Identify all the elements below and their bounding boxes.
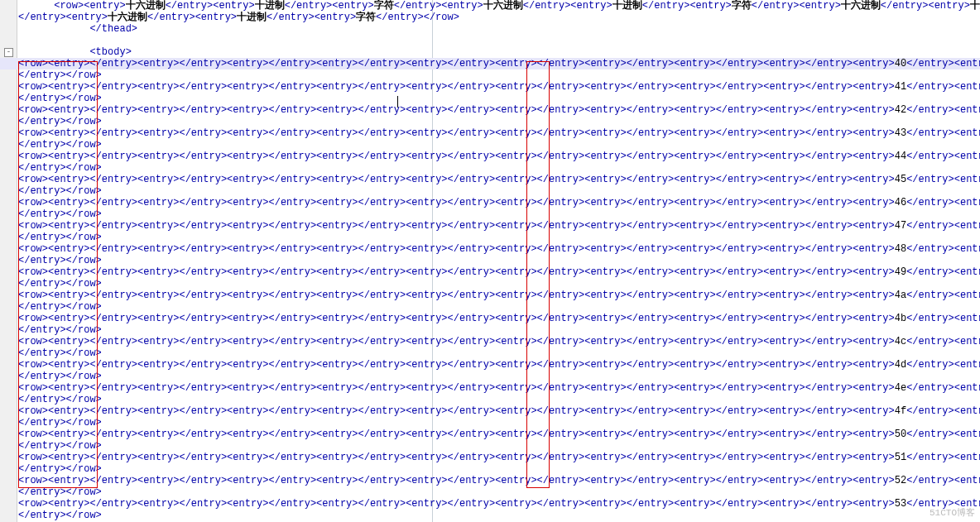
code-line[interactable]: </entry></row> xyxy=(18,417,980,429)
code-line[interactable]: <row><entry></entry><entry></entry><entr… xyxy=(18,475,980,486)
code-line[interactable]: <row><entry></entry><entry></entry><entr… xyxy=(18,336,980,347)
code-line[interactable]: <row><entry></entry><entry></entry><entr… xyxy=(18,174,980,185)
code-line[interactable]: </entry></row> xyxy=(18,255,980,266)
code-line[interactable]: <row><entry></entry><entry></entry><entr… xyxy=(18,151,980,162)
code-line[interactable]: <row><entry></entry><entry></entry><entr… xyxy=(18,197,980,208)
code-line[interactable]: </thead> xyxy=(18,23,980,35)
code-line[interactable]: </entry></row> xyxy=(18,394,980,405)
code-line[interactable]: <row><entry></entry><entry></entry><entr… xyxy=(18,243,980,255)
code-line[interactable]: <row><entry></entry><entry></entry><entr… xyxy=(18,313,980,324)
code-line[interactable]: </entry></row> xyxy=(18,69,980,81)
code-line[interactable]: </entry><entry>十六进制</entry><entry>十进制</e… xyxy=(18,12,980,23)
code-line[interactable] xyxy=(18,35,980,46)
code-line[interactable]: </entry></row> xyxy=(18,371,980,382)
code-editor[interactable]: - <row><entry>十六进制</entry><entry>十进制</en… xyxy=(0,0,980,522)
code-line[interactable]: <row><entry></entry><entry></entry><entr… xyxy=(18,104,980,116)
code-line[interactable]: <row><entry></entry><entry></entry><entr… xyxy=(18,220,980,232)
code-line[interactable]: <row><entry></entry><entry></entry><entr… xyxy=(18,127,980,139)
code-area[interactable]: <row><entry>十六进制</entry><entry>十进制</entr… xyxy=(18,0,980,522)
code-line[interactable]: </entry></row> xyxy=(18,486,980,498)
code-line[interactable]: <row><entry>十六进制</entry><entry>十进制</entr… xyxy=(18,0,980,12)
code-line[interactable]: <row><entry></entry><entry></entry><entr… xyxy=(18,452,980,463)
code-line[interactable]: </entry></row> xyxy=(18,347,980,359)
code-line[interactable]: </entry></row> xyxy=(18,278,980,290)
code-line[interactable]: <row><entry></entry><entry></entry><entr… xyxy=(18,382,980,394)
code-line[interactable]: <row><entry></entry><entry></entry><entr… xyxy=(18,290,980,301)
code-line[interactable]: </entry></row> xyxy=(18,463,980,475)
code-line[interactable]: </entry></row> xyxy=(18,232,980,243)
code-line[interactable]: </entry></row> xyxy=(18,185,980,197)
code-line[interactable]: </entry></row> xyxy=(18,139,980,151)
code-line[interactable]: <row><entry></entry><entry></entry><entr… xyxy=(18,498,980,510)
code-line[interactable]: </entry></row> xyxy=(18,440,980,452)
code-line[interactable]: </entry></row> xyxy=(18,324,980,336)
watermark-text: 51CTO博客 xyxy=(930,507,975,519)
fold-toggle-icon[interactable]: - xyxy=(4,48,13,57)
code-line[interactable]: <row><entry></entry><entry></entry><entr… xyxy=(18,429,980,440)
code-line[interactable]: <row><entry></entry><entry></entry><entr… xyxy=(18,81,980,93)
code-line[interactable]: </entry></row> xyxy=(18,208,980,220)
code-line[interactable]: <row><entry></entry><entry></entry><entr… xyxy=(18,266,980,278)
code-line[interactable]: </entry></row> xyxy=(18,301,980,313)
code-line[interactable]: </entry></row> xyxy=(18,116,980,127)
fold-gutter[interactable]: - xyxy=(0,0,17,522)
code-line[interactable]: <row><entry></entry><entry></entry><entr… xyxy=(18,405,980,417)
code-line[interactable]: <tbody> xyxy=(18,46,980,58)
code-line[interactable]: </entry></row> xyxy=(18,162,980,174)
code-line[interactable]: <row><entry></entry><entry></entry><entr… xyxy=(18,359,980,371)
text-cursor xyxy=(397,96,398,108)
code-line[interactable]: </entry></row> xyxy=(18,93,980,104)
code-line[interactable]: <row><entry></entry><entry></entry><entr… xyxy=(0,58,980,69)
code-line[interactable]: </entry></row> xyxy=(18,510,980,521)
